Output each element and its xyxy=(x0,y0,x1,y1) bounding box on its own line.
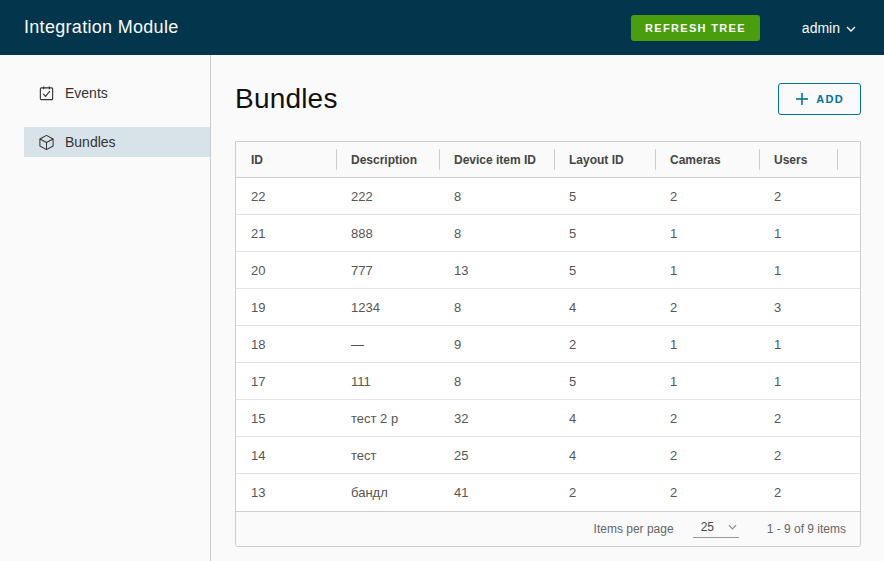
table-cell: 2 xyxy=(655,474,759,511)
add-button-label: ADD xyxy=(816,93,844,105)
table-cell: 111 xyxy=(336,363,439,399)
table-footer: Items per page 25 1 - 9 of 9 items xyxy=(236,511,860,546)
table-cell: 5 xyxy=(554,215,655,251)
user-menu-label: admin xyxy=(802,20,840,36)
table-cell: 19 xyxy=(236,289,336,325)
sidebar-item-events[interactable]: Events xyxy=(24,78,210,108)
refresh-tree-button[interactable]: REFRESH TREE xyxy=(631,15,760,41)
page-title: Bundles xyxy=(235,83,338,115)
app-header: Integration Module REFRESH TREE admin xyxy=(0,0,884,55)
table-row[interactable]: 171118511 xyxy=(236,363,860,400)
column-header[interactable]: Users xyxy=(759,142,860,177)
table-cell: 1 xyxy=(655,215,759,251)
table-row[interactable]: 222228522 xyxy=(236,178,860,215)
plus-icon xyxy=(795,92,809,106)
chevron-down-icon xyxy=(728,524,737,531)
column-header[interactable]: Layout ID xyxy=(554,142,655,177)
table-cell: 18 xyxy=(236,326,336,362)
table-cell: 2 xyxy=(759,178,860,214)
items-per-page-value: 25 xyxy=(701,520,714,534)
table-cell: 8 xyxy=(439,363,554,399)
table-cell: 2 xyxy=(759,437,860,473)
main-content: Bundles ADD IDDescriptionDevice item IDL… xyxy=(211,55,884,561)
table-cell: 1 xyxy=(759,215,860,251)
table-header-row: IDDescriptionDevice item IDLayout IDCame… xyxy=(236,142,860,178)
table-cell: 1234 xyxy=(336,289,439,325)
table-cell: 2 xyxy=(655,400,759,436)
table-cell: 13 xyxy=(439,252,554,288)
table-cell: 2 xyxy=(554,326,655,362)
column-header[interactable]: Device item ID xyxy=(439,142,554,177)
table-cell: 17 xyxy=(236,363,336,399)
table-row[interactable]: 13бандл41222 xyxy=(236,474,860,511)
table-cell: 4 xyxy=(554,400,655,436)
table-cell: 14 xyxy=(236,437,336,473)
table-cell: 5 xyxy=(554,252,655,288)
table-cell: 8 xyxy=(439,215,554,251)
table-cell: — xyxy=(336,326,439,362)
cube-icon xyxy=(38,134,55,151)
table-cell: 2 xyxy=(554,474,655,511)
sidebar: Events Bundles xyxy=(0,55,211,561)
items-per-page-label: Items per page xyxy=(594,522,674,536)
table-cell: бандл xyxy=(336,474,439,511)
column-header[interactable]: ID xyxy=(236,142,336,177)
sidebar-item-label: Bundles xyxy=(65,134,116,150)
table-cell: 2 xyxy=(655,178,759,214)
table-cell: 9 xyxy=(439,326,554,362)
table-cell: 1 xyxy=(759,326,860,362)
table-cell: 1 xyxy=(655,363,759,399)
table-cell: 5 xyxy=(554,363,655,399)
header-actions: REFRESH TREE admin xyxy=(631,15,860,41)
table-cell: 22 xyxy=(236,178,336,214)
table-cell: 8 xyxy=(439,178,554,214)
table-cell: 8 xyxy=(439,289,554,325)
table-cell: 25 xyxy=(439,437,554,473)
table-cell: 20 xyxy=(236,252,336,288)
table-cell: 21 xyxy=(236,215,336,251)
table-cell: 5 xyxy=(554,178,655,214)
items-per-page-select[interactable]: 25 xyxy=(693,520,739,538)
table-cell: 1 xyxy=(759,252,860,288)
table-row[interactable]: 18—9211 xyxy=(236,326,860,363)
column-header[interactable]: Description xyxy=(336,142,439,177)
table-cell: 888 xyxy=(336,215,439,251)
table-cell: 2 xyxy=(655,289,759,325)
app-title: Integration Module xyxy=(24,17,179,38)
calendar-check-icon xyxy=(38,85,55,102)
table-row[interactable]: 15тест 2 р32422 xyxy=(236,400,860,437)
table-cell: 4 xyxy=(554,289,655,325)
table-row[interactable]: 14тест25422 xyxy=(236,437,860,474)
table-row[interactable]: 2077713511 xyxy=(236,252,860,289)
column-header[interactable]: Cameras xyxy=(655,142,759,177)
table-cell: 1 xyxy=(759,363,860,399)
sidebar-item-label: Events xyxy=(65,85,108,101)
chevron-down-icon xyxy=(846,23,856,32)
table-cell: 15 xyxy=(236,400,336,436)
bundles-table: IDDescriptionDevice item IDLayout IDCame… xyxy=(235,141,861,547)
table-cell: 222 xyxy=(336,178,439,214)
table-cell: 2 xyxy=(759,400,860,436)
table-cell: тест xyxy=(336,437,439,473)
table-cell: 1 xyxy=(655,252,759,288)
table-cell: 4 xyxy=(554,437,655,473)
table-cell: 1 xyxy=(655,326,759,362)
table-cell: 41 xyxy=(439,474,554,511)
table-cell: 2 xyxy=(655,437,759,473)
add-button[interactable]: ADD xyxy=(778,83,861,115)
sidebar-item-bundles[interactable]: Bundles xyxy=(24,127,210,157)
table-body: 2222285222188885112077713511191234842318… xyxy=(236,178,860,511)
user-menu[interactable]: admin xyxy=(802,20,860,36)
table-cell: тест 2 р xyxy=(336,400,439,436)
table-cell: 13 xyxy=(236,474,336,511)
table-cell: 3 xyxy=(759,289,860,325)
table-cell: 32 xyxy=(439,400,554,436)
pagination-range: 1 - 9 of 9 items xyxy=(767,522,846,536)
table-row[interactable]: 1912348423 xyxy=(236,289,860,326)
table-row[interactable]: 218888511 xyxy=(236,215,860,252)
table-cell: 2 xyxy=(759,474,860,511)
table-cell: 777 xyxy=(336,252,439,288)
